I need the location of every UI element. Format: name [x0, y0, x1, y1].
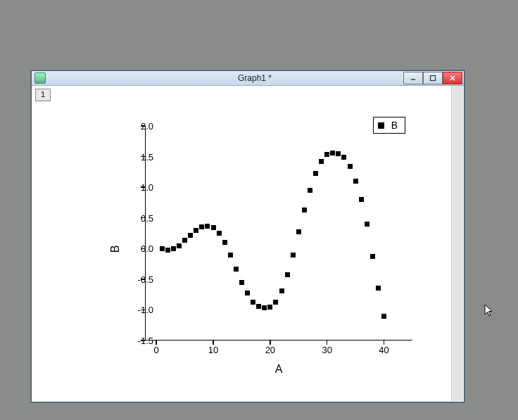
data-point	[234, 267, 239, 272]
data-point	[353, 179, 358, 184]
data-point	[239, 280, 244, 285]
data-point	[348, 164, 353, 169]
data-point	[182, 238, 187, 243]
data-point	[381, 314, 386, 319]
data-point	[262, 305, 267, 310]
close-button[interactable]	[443, 72, 462, 84]
data-point	[330, 151, 335, 155]
data-point	[319, 159, 324, 164]
data-point	[359, 197, 364, 202]
data-point	[341, 155, 346, 160]
data-point	[217, 231, 222, 236]
vertical-scrollbar[interactable]	[451, 86, 463, 401]
svg-rect-1	[431, 76, 436, 81]
data-point	[171, 246, 176, 251]
axes	[145, 126, 412, 341]
y-tick-label: 1.5	[125, 151, 153, 162]
data-point	[205, 224, 210, 229]
data-point	[324, 152, 329, 157]
x-axis-line	[145, 340, 412, 341]
data-point	[273, 300, 278, 305]
titlebar[interactable]: Graph1 *	[32, 71, 464, 86]
data-point	[370, 254, 375, 259]
data-point	[267, 305, 272, 310]
cursor-icon	[484, 304, 494, 321]
x-tick-label: 40	[379, 345, 388, 355]
data-point	[199, 224, 204, 229]
data-point	[313, 171, 318, 176]
y-tick-label: 0.0	[125, 243, 153, 254]
data-point	[222, 240, 227, 245]
data-point	[165, 248, 170, 253]
x-tick-label: 0	[154, 345, 159, 355]
window-title: Graph1 *	[46, 73, 464, 83]
window-buttons	[403, 72, 462, 84]
data-point	[160, 246, 165, 251]
x-axis-label: A	[275, 363, 283, 376]
x-tick-label: 20	[265, 345, 275, 355]
data-point	[251, 300, 255, 305]
data-point	[336, 151, 341, 156]
minimize-button[interactable]	[403, 72, 423, 84]
x-tick-label: 10	[208, 345, 218, 355]
data-point	[308, 188, 312, 193]
x-tick-label: 30	[322, 345, 331, 355]
data-point	[228, 253, 233, 257]
y-tick-label: -1.5	[125, 336, 153, 346]
data-point	[279, 288, 284, 293]
data-point	[194, 228, 198, 233]
data-point	[256, 304, 261, 309]
data-point	[291, 253, 296, 257]
y-tick-label: -0.5	[125, 274, 153, 284]
data-point	[376, 286, 381, 291]
data-point	[177, 243, 182, 248]
graph-window: Graph1 * 1 B B A -	[31, 70, 465, 402]
data-point	[188, 233, 193, 238]
layer-tab[interactable]: 1	[35, 89, 51, 101]
y-tick-label: 2.0	[125, 121, 153, 132]
plot-area[interactable]: B B A -1.5-1.0-0.50.00.51.01.52.00102030…	[96, 115, 427, 383]
maximize-button[interactable]	[423, 72, 443, 84]
data-point	[285, 272, 290, 277]
y-axis-label: B	[109, 246, 122, 253]
client-area: 1 B B A -1.5-1.0-0.50.00.51.01.52.001020…	[32, 86, 463, 401]
data-point	[365, 222, 369, 227]
y-tick-label: 0.5	[125, 212, 153, 223]
data-point	[302, 208, 307, 212]
data-point	[245, 291, 250, 295]
app-icon	[34, 72, 46, 84]
data-point	[211, 225, 216, 230]
y-tick-label: -1.0	[125, 305, 153, 315]
data-point	[296, 229, 301, 234]
y-tick-label: 1.0	[125, 182, 153, 193]
